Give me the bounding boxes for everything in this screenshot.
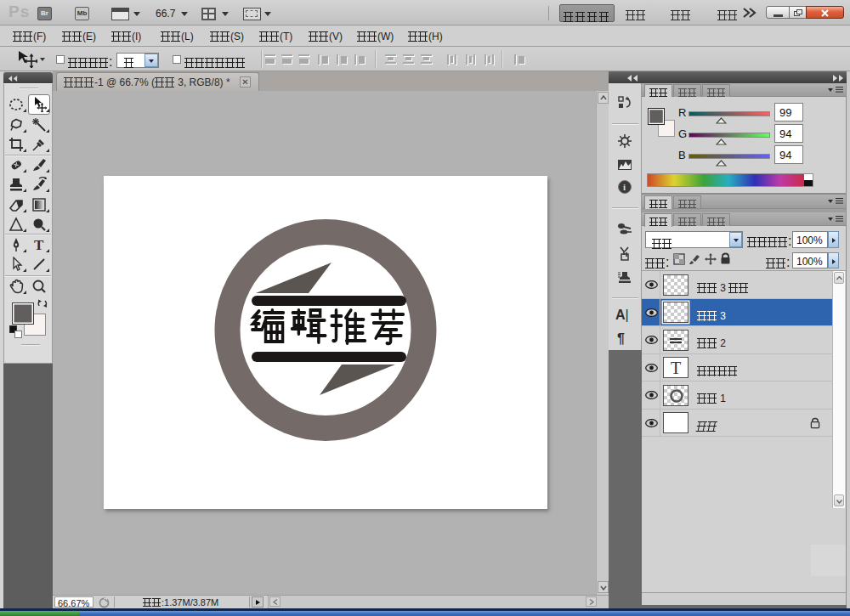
svg-text:i: i xyxy=(623,182,626,192)
svg-text:T: T xyxy=(34,237,44,252)
